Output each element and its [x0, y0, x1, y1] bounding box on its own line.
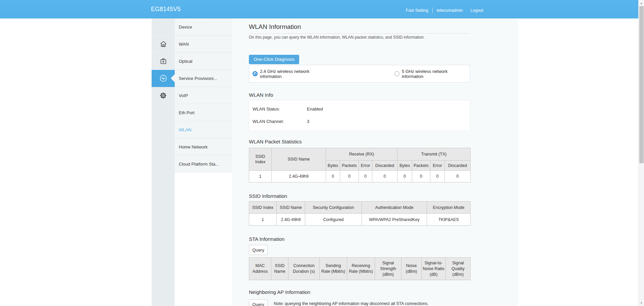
sidebar-item-voip[interactable]: VoIP [175, 87, 232, 104]
diagnosis-pulse-icon [159, 74, 168, 83]
radio-5ghz-label: 5 GHz wireless network information [402, 69, 470, 79]
ssid-col-security: Security Configuration [305, 202, 362, 214]
radio-24ghz[interactable]: 2.4 GHz wireless network information [253, 69, 332, 79]
selected-arrow-notch [171, 74, 175, 82]
sidebar-icon-rail [152, 18, 175, 306]
radio-selected-icon [253, 71, 258, 76]
wlan-status-value: Enabled [307, 106, 323, 112]
packet-statistics-table: SSID Index SSID Name Receive (RX) Transm… [249, 148, 471, 182]
col-rx-bytes: Bytes [326, 161, 340, 171]
col-tx-error: Error [430, 161, 445, 171]
col-tx-discarded: Discarded [445, 161, 471, 171]
neighboring-ap-note: Note: querying the neighboring AP inform… [274, 301, 429, 306]
radio-unselected-icon [394, 71, 399, 76]
ssid-col-encryption: Encryption Mode [427, 202, 471, 214]
logout-link[interactable]: Logout [471, 8, 483, 13]
packet-statistics-row: 1 2.4G-49h9 0 0 0 0 0 0 0 0 [249, 171, 471, 182]
sidebar-submenu: Device WAN Optical Service Provisioni...… [175, 18, 232, 173]
sta-information-heading: STA Information [249, 236, 470, 243]
sta-query-button[interactable]: Query [249, 245, 268, 255]
wlan-info-heading: WLAN Info [249, 92, 470, 98]
wlan-status-row: WLAN Status: Enabled [249, 103, 470, 115]
packet-statistics-heading: WLAN Packet Statistics [249, 138, 470, 145]
content-area: WLAN Information On this page, you can q… [232, 18, 518, 306]
fast-setting-link[interactable]: Fast Setting [406, 8, 428, 13]
sidebar-icon-blank-cell [152, 18, 175, 36]
radio-5ghz[interactable]: 5 GHz wireless network information [394, 69, 470, 79]
wlan-channel-row: WLAN Channel: 3 [249, 115, 470, 128]
sidebar-item-device[interactable]: Device [175, 18, 232, 36]
band-selection-box: 2.4 GHz wireless network information 5 G… [249, 65, 470, 83]
scrollbar-up-arrow[interactable]: ▲ [639, 0, 644, 6]
sta-information-table: MAC Address SSID Name Connection Duratio… [249, 257, 471, 280]
scrollbar-down-arrow[interactable]: ▼ [639, 300, 644, 306]
sidebar-item-eth-port[interactable]: Eth Port [175, 104, 232, 121]
logged-in-username: telecomadmin [437, 8, 463, 13]
wlan-channel-label: WLAN Channel: [249, 119, 307, 124]
radio-24ghz-label: 2.4 GHz wireless network information [260, 69, 332, 79]
device-title: EG8145V5 [151, 0, 181, 18]
sta-col-duration: Connection Duration (s) [288, 258, 320, 280]
ssid-information-heading: SSID Information [249, 193, 470, 200]
wlan-status-label: WLAN Status: [249, 106, 307, 112]
sidebar-item-wan[interactable]: WAN [175, 36, 232, 53]
page-description: On this page, you can query the WLAN inf… [249, 35, 470, 40]
page-title: WLAN Information [249, 23, 470, 31]
sidebar-item-home-network[interactable]: Home Network [175, 138, 232, 156]
wlan-channel-value: 3 [307, 119, 309, 124]
wlan-info-panel: WLAN Status: Enabled WLAN Channel: 3 [249, 100, 470, 131]
sta-col-signal-strength: Signal Strength (dBm) [375, 258, 401, 280]
ssid-information-row: 1 2.4G-49h9 Configured WPA/WPA2 PreShare… [249, 214, 471, 226]
group-transmit-tx: Transmit (TX) [397, 148, 471, 161]
title-divider [249, 33, 470, 34]
neighboring-ap-heading: Neighboring AP Information [249, 289, 470, 296]
sidebar-item-service-provisioning[interactable]: Service Provisioni... [175, 70, 232, 87]
col-rx-discarded: Discarded [372, 161, 397, 171]
sidebar-item-wlan[interactable]: WLAN [175, 121, 232, 138]
col-rx-packets: Packets [340, 161, 359, 171]
ssid-col-auth: Authentication Mode [362, 202, 427, 214]
sidebar-icon-settings[interactable] [152, 87, 175, 104]
sta-col-ssid-name: SSID Name [271, 258, 288, 280]
sta-col-signal-quality: Signal Quality (dBm) [446, 258, 471, 280]
gear-icon [159, 92, 167, 99]
sta-col-snr: Signal-to-Noise Ratio (dB) [422, 258, 446, 280]
header-links: Fast Setting telecomadmin Logout [406, 1, 483, 19]
col-ssid-name: SSID Name [272, 148, 326, 171]
one-click-diagnosis-button[interactable]: One-Click Diagnosis [249, 55, 299, 64]
sidebar-icon-toolkit[interactable] [152, 53, 175, 70]
ssid-col-index: SSID Index [249, 202, 277, 214]
sta-col-mac: MAC Address [249, 258, 271, 280]
ssid-col-name: SSID Name [277, 202, 305, 214]
group-receive-rx: Receive (RX) [326, 148, 397, 161]
header-separator [432, 7, 433, 13]
sidebar-item-cloud-platform[interactable]: Cloud Platform Sta... [175, 156, 232, 173]
app-header: EG8145V5 Fast Setting telecomadmin Logou… [0, 0, 638, 18]
col-rx-error: Error [359, 161, 372, 171]
col-ssid-index: SSID Index [249, 148, 272, 171]
sidebar-item-optical[interactable]: Optical [175, 53, 232, 70]
toolkit-plus-icon [159, 57, 167, 65]
sta-col-noise: Noise (dBm) [401, 258, 422, 280]
vertical-scrollbar[interactable]: ▲ ▼ [638, 0, 644, 306]
home-icon [159, 40, 167, 48]
neighboring-ap-query-button[interactable]: Query [249, 299, 268, 306]
sidebar-icon-diagnosis[interactable] [152, 70, 175, 87]
ssid-information-table: SSID Index SSID Name Security Configurat… [249, 201, 471, 226]
sta-col-send-rate: Sending Rate (Mbit/s) [320, 258, 347, 280]
col-tx-bytes: Bytes [397, 161, 412, 171]
sta-col-recv-rate: Receiving Rate (Mbit/s) [347, 258, 375, 280]
sidebar-icon-home[interactable] [152, 36, 175, 53]
scrollbar-thumb[interactable] [639, 6, 644, 163]
col-tx-packets: Packets [412, 161, 430, 171]
